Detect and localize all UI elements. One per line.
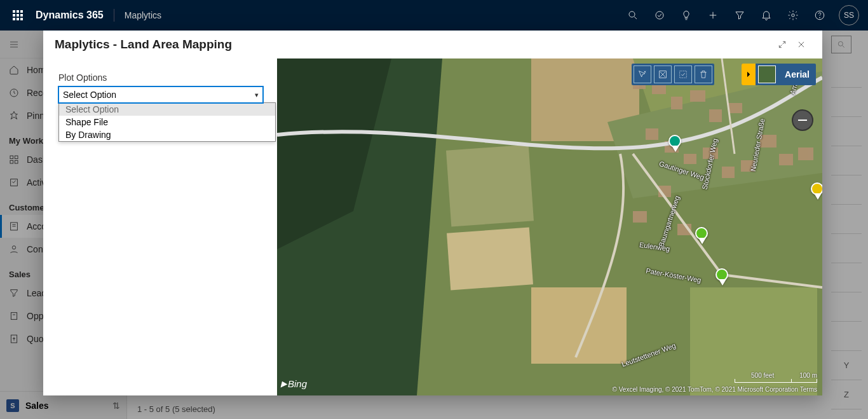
brand[interactable]: Dynamics 365 [36,10,104,21]
modal-title: Maplytics - Land Area Mapping [55,38,232,52]
bell-icon[interactable] [754,0,779,31]
scale-bar: 500 feet100 m [735,372,817,383]
plot-option-shapefile[interactable]: Shape File [59,116,275,128]
plot-option-select[interactable]: Select Option [59,103,275,116]
map-toolbar [632,64,714,85]
add-icon[interactable] [700,0,726,31]
svg-rect-43 [728,103,742,113]
close-icon[interactable] [792,35,811,54]
app-name[interactable]: Maplytics [125,10,161,20]
svg-rect-41 [690,90,705,102]
bing-logo: ▸Bing [281,377,307,390]
aerial-label: Aerial [778,69,816,79]
idea-icon[interactable] [674,0,699,31]
plot-select-value: Select Option [63,90,116,100]
land-area-modal: Maplytics - Land Area Mapping Plot Optio… [43,31,822,395]
plot-dropdown: Select Option Shape File By Drawing [58,102,276,142]
svg-rect-32 [447,228,533,291]
expand-icon[interactable] [773,35,792,54]
task-icon[interactable] [647,0,672,31]
help-icon[interactable] [807,0,832,31]
plot-options-panel: Plot Options Select Option ▾ Select Opti… [43,58,277,395]
map-bg [277,58,822,395]
svg-point-5 [792,14,795,17]
modal-header: Maplytics - Land Area Mapping [43,31,822,58]
zoom-out-button[interactable] [792,109,813,131]
map-canvas[interactable]: Stockdorfer WegNeurieder StraßeAm WegGau… [277,58,822,395]
svg-rect-31 [446,145,534,227]
svg-rect-46 [684,154,696,164]
top-nav: Dynamics 365 Maplytics SS [0,0,868,31]
svg-rect-59 [680,71,687,78]
svg-line-1 [634,17,637,19]
map-attribution[interactable]: © Vexcel Imaging, © 2021 TomTom, © 2021 … [613,386,817,393]
divider [114,9,114,22]
svg-point-0 [629,11,635,17]
plot-options-label: Plot Options [58,72,262,83]
top-icons: SS [620,0,863,31]
chevron-right-icon [742,64,756,85]
chevron-down-icon: ▾ [255,91,259,99]
user-avatar[interactable]: SS [839,5,859,25]
svg-rect-39 [652,84,666,94]
svg-rect-40 [671,97,682,109]
aerial-thumb [758,65,776,83]
svg-rect-51 [779,154,793,165]
boxselect-tool-icon[interactable] [674,65,692,83]
svg-rect-52 [798,148,813,160]
svg-point-2 [656,11,663,19]
plot-select[interactable]: Select Option ▾ [58,86,263,103]
map-pin[interactable] [668,135,682,154]
svg-rect-44 [646,128,658,140]
svg-rect-54 [633,211,647,223]
map-pin[interactable] [715,268,729,287]
gear-icon[interactable] [780,0,806,31]
map-pin[interactable] [695,227,709,246]
app-launcher-icon[interactable] [5,10,31,20]
plot-option-bydrawing[interactable]: By Drawing [59,128,275,141]
svg-rect-48 [722,167,735,178]
map-pin[interactable] [811,182,822,202]
delete-tool-icon[interactable] [695,65,712,83]
select-tool-icon[interactable] [634,65,651,83]
basemap-toggle[interactable]: Aerial [742,64,816,85]
svg-point-7 [820,17,820,18]
search-icon[interactable] [620,0,646,31]
svg-rect-42 [709,109,722,122]
filter-icon[interactable] [727,0,752,31]
fullextent-tool-icon[interactable] [654,65,672,83]
